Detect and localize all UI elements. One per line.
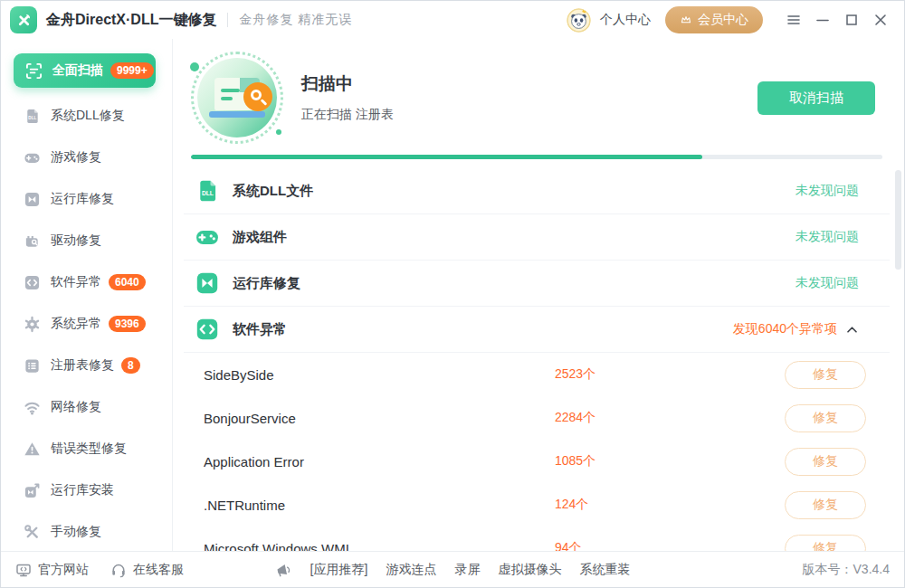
sidebar-item-software-errors[interactable]: 软件异常 6040: [1, 261, 172, 303]
sidebar-item-dll-repair[interactable]: 系统DLL修复: [1, 95, 172, 137]
chevron-up-icon[interactable]: [845, 323, 859, 337]
promo-link-virtual-camera[interactable]: 虚拟摄像头: [498, 562, 561, 578]
result-label: 系统DLL文件: [233, 183, 313, 200]
official-site-link[interactable]: 官方网站: [15, 562, 89, 578]
warning-icon: [23, 440, 41, 458]
driver-icon: [23, 232, 41, 250]
sidebar-item-manual-repair[interactable]: 手动修复: [1, 511, 172, 553]
registry-icon: [23, 356, 41, 375]
vip-center-button[interactable]: 会员中心: [665, 6, 763, 33]
issue-count: 2284个: [555, 410, 595, 426]
code-icon: [195, 317, 220, 342]
scrollbar[interactable]: [895, 170, 901, 270]
sidebar-item-game-repair[interactable]: 游戏修复: [1, 137, 172, 178]
gear-icon: [23, 315, 41, 333]
issue-row: SideBySide 2523个 修复: [184, 353, 890, 396]
sidebar-item-label: 软件异常: [51, 274, 101, 290]
repair-button[interactable]: 修复: [785, 404, 866, 432]
sidebar-item-full-scan[interactable]: 全面扫描 9999+: [14, 53, 156, 88]
sidebar-item-label: 网络修复: [51, 399, 101, 415]
titlebar: 金舟DirectX·DLL一键修复 金舟修复 精准无误 个人中心 会员中: [1, 1, 904, 39]
dll-file-icon: [23, 107, 41, 125]
minimize-icon: [816, 14, 829, 26]
tools-icon: [23, 523, 41, 541]
crown-icon: [680, 14, 692, 26]
sidebar-item-error-type-repair[interactable]: 错误类型修复: [1, 428, 172, 469]
footer-bar: 官方网站 在线客服 [应用推荐] 游戏连点 录屏 虚拟摄像头 系统重装 版本号：…: [1, 551, 904, 587]
result-row-software-errors[interactable]: 软件异常 发现6040个异常项: [184, 307, 890, 353]
repair-button[interactable]: 修复: [785, 491, 866, 519]
result-status: 发现6040个异常项: [733, 321, 837, 337]
result-row-runtime-repair[interactable]: 运行库修复 未发现问题: [184, 261, 890, 307]
result-status: 未发现问题: [795, 275, 859, 291]
sidebar-item-label: 全面扫描: [52, 62, 103, 79]
result-label: 运行库修复: [233, 275, 300, 292]
count-badge: 6040: [109, 274, 146, 290]
sidebar-item-label: 注册表修复: [51, 357, 114, 374]
scan-progress-bar: [191, 155, 882, 159]
issue-count: 94个: [555, 540, 582, 551]
issue-count: 1085个: [555, 453, 595, 469]
sidebar-item-label: 驱动修复: [51, 232, 101, 249]
app-logo-icon: [10, 6, 37, 33]
user-avatar[interactable]: [567, 8, 591, 33]
sidebar-item-driver-repair[interactable]: 驱动修复: [1, 220, 172, 261]
hamburger-icon: [787, 14, 800, 26]
dll-file-icon: [195, 178, 220, 204]
sidebar-item-label: 错误类型修复: [51, 441, 127, 457]
sidebar-item-label: 运行库修复: [51, 191, 114, 207]
sidebar-item-system-errors[interactable]: 系统异常 9396: [1, 303, 172, 345]
promo-link-system-reinstall[interactable]: 系统重装: [579, 562, 630, 578]
app-slogan: 金舟修复 精准无误: [239, 12, 352, 28]
runtime-icon: [23, 190, 41, 208]
promo-link-game-clicker[interactable]: 游戏连点: [386, 562, 436, 578]
online-support-link[interactable]: 在线客服: [110, 562, 184, 578]
maximize-icon: [845, 14, 858, 26]
scan-icon: [24, 62, 43, 80]
headset-icon: [110, 562, 127, 578]
magnifier-icon: [243, 82, 272, 111]
sidebar-item-runtime-install[interactable]: 运行库安装: [1, 469, 172, 511]
runtime-icon: [195, 270, 220, 296]
sidebar-item-label: 系统异常: [51, 316, 101, 332]
code-icon: [23, 273, 41, 291]
maximize-button[interactable]: [839, 8, 864, 32]
result-status: 未发现问题: [795, 229, 859, 245]
minimize-button[interactable]: [810, 8, 835, 32]
monitor-icon: [15, 562, 32, 578]
result-row-system-dll[interactable]: 系统DLL文件 未发现问题: [184, 168, 890, 214]
issue-name: BonjourService: [204, 411, 555, 426]
sidebar-item-registry-repair[interactable]: 注册表修复 8: [1, 345, 172, 386]
sidebar-item-runtime-repair[interactable]: 运行库修复: [1, 178, 172, 220]
megaphone-icon: [275, 561, 292, 578]
wifi-icon: [23, 398, 41, 416]
repair-button[interactable]: 修复: [785, 535, 866, 552]
main-panel: 扫描中 正在扫描 注册表 取消扫描 系统DLL文件 未发现问题 游戏组件 未发现…: [173, 39, 904, 551]
menu-button[interactable]: [781, 8, 806, 32]
issue-name: Application Error: [204, 454, 555, 469]
count-badge: 9396: [109, 316, 146, 332]
issue-name: SideBySide: [204, 367, 555, 383]
cancel-scan-button[interactable]: 取消扫描: [757, 81, 875, 115]
repair-button[interactable]: 修复: [785, 448, 866, 476]
issue-count: 124个: [555, 497, 588, 513]
app-window: 金舟DirectX·DLL一键修复 金舟修复 精准无误 个人中心 会员中: [0, 0, 905, 588]
issue-row: .NETRuntime 124个 修复: [184, 483, 890, 526]
issue-count: 2523个: [555, 366, 595, 383]
sidebar: 全面扫描 9999+ 系统DLL修复 游戏修复 运行库修复 驱动修复 软件: [1, 39, 173, 551]
gamepad-icon: [195, 224, 220, 250]
official-site-label: 官方网站: [38, 562, 89, 578]
promo-link-screen-record[interactable]: 录屏: [454, 562, 480, 578]
count-badge: 9999+: [110, 62, 154, 79]
user-center-link[interactable]: 个人中心: [600, 12, 651, 28]
result-status: 未发现问题: [795, 183, 859, 199]
result-row-game-components[interactable]: 游戏组件 未发现问题: [184, 214, 890, 261]
repair-button[interactable]: 修复: [785, 361, 866, 389]
online-support-label: 在线客服: [133, 562, 184, 578]
result-label: 游戏组件: [233, 229, 287, 246]
sidebar-item-network-repair[interactable]: 网络修复: [1, 386, 172, 428]
close-button[interactable]: [868, 8, 893, 32]
issue-name: Microsoft Windows WMI: [204, 541, 555, 552]
scan-illustration: [191, 52, 283, 144]
issue-row: Application Error 1085个 修复: [184, 440, 890, 483]
